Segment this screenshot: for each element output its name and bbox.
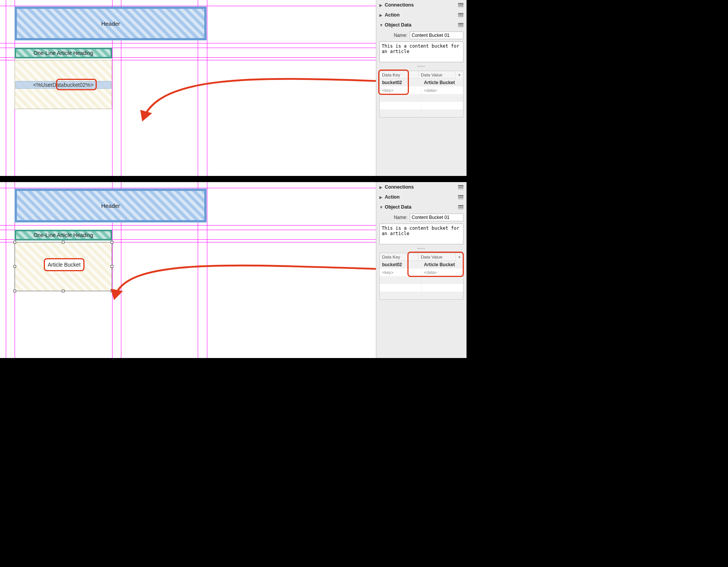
data-key-hint[interactable]: <key> [380,269,422,276]
add-row-button[interactable]: ＋ [455,253,463,261]
article-heading-label: One-Line Article Heading [33,50,93,56]
resize-grip-icon[interactable]: •••• [417,65,425,68]
section-object-data-label: Object Data [385,22,458,28]
resize-handle[interactable] [13,290,16,292]
guide-vertical [207,182,207,358]
guide-vertical [207,0,207,176]
canvas-bottom[interactable]: Header One-Line Article Heading Article … [0,182,376,358]
data-key-cell[interactable]: bucket02 [380,79,422,86]
section-action[interactable]: ▶ Action [376,10,467,20]
chevron-right-icon: ▶ [379,13,383,17]
app-root: Header One-Line Article Heading <%UserDa… [0,0,467,358]
article-heading-frame[interactable]: One-Line Article Heading [15,48,112,58]
name-field[interactable] [410,214,463,221]
menu-icon[interactable] [458,13,463,17]
resolved-value-text: Article Bucket [48,262,81,268]
resize-handle[interactable] [13,241,16,244]
table-row[interactable]: bucket02 Article Bucket [380,261,463,269]
table-row[interactable]: <key> <data> [380,86,463,94]
guide-vertical [6,182,6,358]
article-heading-label: One-Line Article Heading [33,232,93,238]
data-table-header: Data Key Data Value [380,71,463,79]
table-row[interactable] [380,94,463,102]
section-connections[interactable]: ▶ Connections [376,0,467,10]
menu-icon[interactable] [458,205,463,209]
table-row[interactable] [380,109,463,117]
section-connections-label: Connections [385,184,458,190]
menu-icon[interactable] [458,3,463,7]
inspector-panel: ▶ Connections ▶ Action ▼ Object Data Nam… [376,182,467,358]
data-value-hint[interactable]: <data> [422,86,463,94]
section-connections[interactable]: ▶ Connections [376,182,467,192]
object-data-body: Name: •••• Data Key Data Value ＋ bucket0… [376,30,467,121]
guide-horizontal [0,225,376,225]
resize-handle[interactable] [111,290,113,292]
name-row: Name: [379,32,463,39]
data-value-cell[interactable]: Article Bucket [422,79,463,86]
header-label: Header [101,202,120,209]
header-frame[interactable]: Header [15,189,207,222]
name-row: Name: [379,214,463,221]
resize-handle[interactable] [111,241,113,244]
col-key-header[interactable]: Data Key [380,253,419,260]
object-data-body: Name: •••• Data Key Data Value ＋ bucket0… [376,212,467,303]
guide-horizontal [0,188,376,188]
inspector-panel: ▶ Connections ▶ Action ▼ Object Data Nam… [376,0,467,176]
guide-vertical [6,0,6,176]
screen-bottom: Header One-Line Article Heading Article … [0,182,467,358]
description-field[interactable] [379,224,463,244]
article-heading-frame[interactable]: One-Line Article Heading [15,230,112,240]
table-row[interactable]: bucket02 Article Bucket [380,79,463,86]
name-field[interactable] [410,32,463,39]
section-object-data-label: Object Data [385,204,458,210]
section-object-data[interactable]: ▼ Object Data [376,20,467,30]
userdata-suffix: %> [86,82,94,88]
table-row[interactable]: <key> <data> [380,269,463,276]
data-table: Data Key Data Value ＋ bucket02 Article B… [379,71,463,118]
section-action-label: Action [385,194,458,200]
data-key-cell[interactable]: bucket02 [380,261,422,269]
data-key-hint[interactable]: <key> [380,86,422,94]
userdata-key: bucket02 [64,82,86,88]
add-row-button[interactable]: ＋ [455,71,463,79]
section-object-data[interactable]: ▼ Object Data [376,202,467,212]
section-action[interactable]: ▶ Action [376,192,467,202]
header-frame[interactable]: Header [15,7,207,40]
data-value-cell[interactable]: Article Bucket [422,261,463,269]
description-field[interactable] [379,41,463,62]
userdata-field[interactable]: <%UserData bucket02%> [15,81,111,89]
chevron-right-icon: ▶ [379,185,383,189]
menu-icon[interactable] [458,23,463,27]
chevron-right-icon: ▶ [379,195,383,199]
resize-handle[interactable] [62,241,65,244]
data-table-header: Data Key Data Value [380,253,463,261]
resize-handle[interactable] [13,265,16,268]
guide-horizontal [0,6,376,6]
resize-grip-icon[interactable]: •••• [417,247,425,250]
table-row[interactable] [380,284,463,292]
chevron-down-icon: ▼ [379,23,383,27]
name-label: Name: [394,33,407,38]
screen-top: Header One-Line Article Heading <%UserDa… [0,0,467,176]
table-row[interactable] [380,276,463,284]
section-action-label: Action [385,12,458,18]
section-connections-label: Connections [385,2,458,8]
guide-horizontal [0,43,376,43]
name-label: Name: [394,215,407,220]
col-key-header[interactable]: Data Key [380,71,419,78]
data-value-hint[interactable]: <data> [422,269,463,276]
menu-icon[interactable] [458,195,463,199]
data-table: Data Key Data Value ＋ bucket02 Article B… [379,253,463,300]
table-row[interactable] [380,102,463,109]
resize-handle[interactable] [111,265,113,268]
canvas-top[interactable]: Header One-Line Article Heading <%UserDa… [0,0,376,176]
menu-icon[interactable] [458,185,463,189]
chevron-right-icon: ▶ [379,3,383,7]
chevron-down-icon: ▼ [379,205,383,209]
userdata-prefix: <%UserData [33,82,64,88]
table-row[interactable] [380,292,463,299]
resize-handle[interactable] [62,290,65,292]
header-label: Header [101,20,120,27]
